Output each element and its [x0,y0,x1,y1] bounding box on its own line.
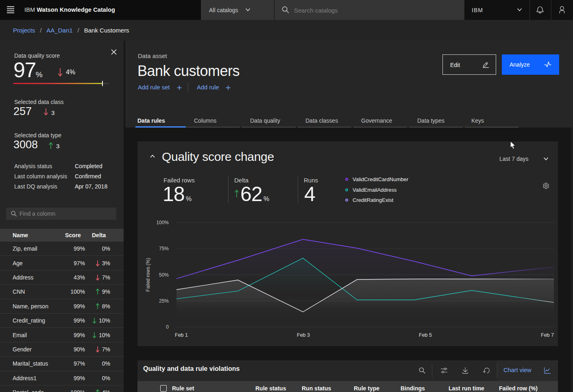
svg-text:Feb 1: Feb 1 [175,332,188,338]
svg-text:Feb 7: Feb 7 [541,332,554,338]
svg-text:50%: 50% [159,272,169,278]
svg-text:Feb 5: Feb 5 [419,332,432,338]
svg-text:25%: 25% [159,298,169,304]
svg-text:0: 0 [166,324,169,330]
svg-text:Failed rows (%): Failed rows (%) [145,258,151,292]
svg-text:Feb 3: Feb 3 [297,332,310,338]
svg-text:75%: 75% [159,246,169,251]
svg-text:100%: 100% [156,220,169,225]
